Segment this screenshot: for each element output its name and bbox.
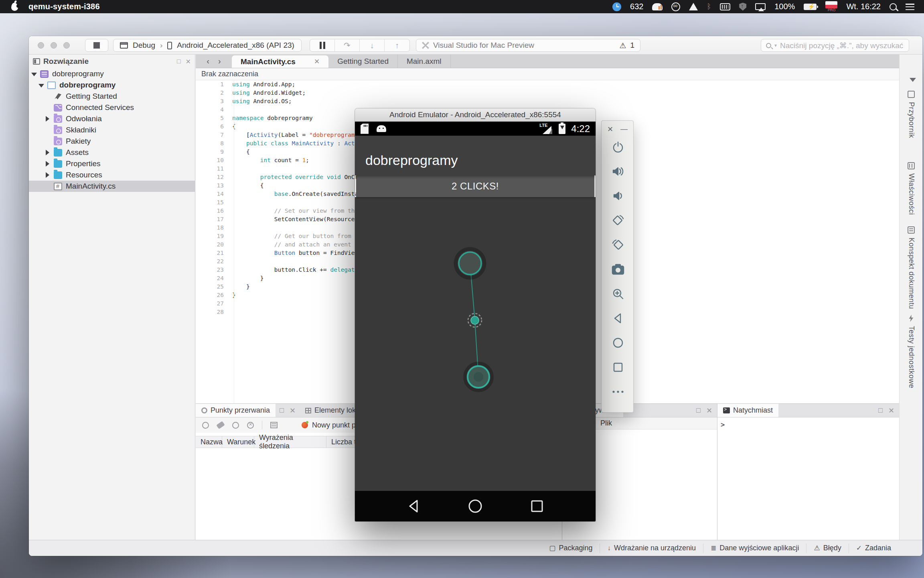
tree-item-components[interactable]: Składniki xyxy=(29,124,195,136)
pause-button[interactable] xyxy=(310,39,335,51)
pad-minimize-icon[interactable]: □ xyxy=(280,406,284,415)
keyboard-viewer-icon[interactable] xyxy=(720,3,730,10)
rotate-right-button[interactable] xyxy=(602,232,634,257)
emulator-titlebar[interactable]: Android Emulator - Android_Accelerated_x… xyxy=(355,108,596,122)
tab-immediate[interactable]: Natychmiast xyxy=(717,404,778,417)
collapse-arrow-icon[interactable] xyxy=(38,84,44,88)
tree-item-packages[interactable]: Pakiety xyxy=(29,136,195,147)
toolbar-minimize-icon[interactable]: — xyxy=(620,125,628,134)
bluetooth-icon[interactable]: ᛒ xyxy=(707,2,711,11)
back-button[interactable] xyxy=(602,306,634,330)
clicks-button[interactable]: 2 CLICKS! xyxy=(356,175,594,197)
power-button[interactable] xyxy=(602,134,634,159)
column-wyrazenia[interactable]: Wyrażenia śledzenia xyxy=(254,436,326,448)
vtab-document-outline[interactable]: Konspekt dokumentu xyxy=(900,226,923,309)
stop-debug-button[interactable] xyxy=(85,39,108,52)
tree-item-assets[interactable]: Assets xyxy=(29,147,195,158)
pad-minimize-icon[interactable]: □ xyxy=(696,406,701,415)
code-line[interactable]: 2using Android.Widget; xyxy=(196,89,899,97)
nav-overview-icon[interactable] xyxy=(530,499,544,513)
global-search-field[interactable]: ▾ Naciśnij pozycję „⌘.”, aby wyszukać xyxy=(761,39,909,52)
battery-icon[interactable] xyxy=(804,4,817,10)
home-button[interactable] xyxy=(602,330,634,355)
app-canvas[interactable] xyxy=(355,197,596,491)
status-notification-area[interactable]: Visual Studio for Mac Preview ⚠ 1 xyxy=(416,39,640,52)
clock-app-icon[interactable] xyxy=(612,2,621,11)
tree-item-properties[interactable]: Properties xyxy=(29,158,195,169)
pad-minimize-icon[interactable]: □ xyxy=(177,58,181,65)
step-into-button[interactable]: ↓ xyxy=(360,39,385,51)
creative-cloud-icon[interactable] xyxy=(671,2,680,11)
expand-arrow-icon[interactable] xyxy=(46,116,49,122)
pad-close-icon[interactable]: ✕ xyxy=(888,406,894,415)
column-warunek[interactable]: Warunek xyxy=(222,436,254,448)
tree-item-resources[interactable]: Resources xyxy=(29,169,195,181)
input-language-flag[interactable]: PRO xyxy=(825,1,837,12)
toolbar-close-icon[interactable]: ✕ xyxy=(607,125,613,134)
column-nazwa[interactable]: Nazwa xyxy=(196,436,222,448)
tab-main-axml[interactable]: Main.axml xyxy=(398,55,451,68)
new-breakpoint-icon[interactable] xyxy=(202,422,209,429)
active-app-name[interactable]: qemu-system-i386 xyxy=(28,2,100,11)
tree-item-references[interactable]: Odwołania xyxy=(29,113,195,124)
spotlight-search-icon[interactable] xyxy=(890,3,897,10)
step-over-button[interactable]: ↷ xyxy=(335,39,360,51)
apple-menu-icon[interactable] xyxy=(11,3,18,11)
collapse-arrow-icon[interactable] xyxy=(31,73,37,76)
tab-breakpoints[interactable]: Punkty przerwania xyxy=(196,404,276,417)
more-button[interactable] xyxy=(602,379,634,404)
breakpoint-properties-icon[interactable] xyxy=(270,422,278,428)
vtab-unit-tests[interactable]: Testy jednostkowe xyxy=(900,315,923,389)
code-line[interactable]: 1using Android.App; xyxy=(196,80,899,89)
menubar-clock[interactable]: Wt. 16:22 xyxy=(846,2,881,11)
pad-minimize-icon[interactable]: □ xyxy=(878,406,883,415)
tab-mainactivity[interactable]: MainActivity.cs ✕ xyxy=(232,55,328,68)
tree-item-solution[interactable]: dobreprogramy xyxy=(29,68,195,79)
zoom-window-button[interactable] xyxy=(63,42,70,49)
pad-close-icon[interactable]: ✕ xyxy=(706,406,712,415)
vtab-toolbox[interactable]: Przybornik xyxy=(900,91,923,138)
expand-arrow-icon[interactable] xyxy=(46,172,49,178)
breadcrumb[interactable]: Brak zaznaczenia xyxy=(196,68,899,80)
immediate-prompt[interactable]: > xyxy=(717,417,899,429)
expand-arrow-icon[interactable] xyxy=(46,161,49,167)
tree-item-mainactivity[interactable]: MainActivity.cs xyxy=(29,181,195,192)
antivirus-icon[interactable] xyxy=(689,3,698,10)
tab-getting-started[interactable]: Getting Started xyxy=(328,55,398,68)
notification-center-icon[interactable] xyxy=(906,4,914,10)
nav-forward-button[interactable]: › xyxy=(218,57,221,66)
zoom-button[interactable] xyxy=(602,281,634,306)
rotate-left-button[interactable] xyxy=(602,208,634,232)
pad-close-icon[interactable]: ✕ xyxy=(186,58,191,65)
volume-up-button[interactable] xyxy=(602,159,634,183)
expand-arrow-icon[interactable] xyxy=(46,150,49,155)
nav-back-icon[interactable] xyxy=(407,499,420,513)
disable-breakpoints-icon[interactable] xyxy=(232,422,239,429)
screenshot-button[interactable] xyxy=(602,257,634,281)
cloud-status-icon[interactable] xyxy=(652,3,663,10)
remove-breakpoint-icon[interactable] xyxy=(247,422,254,429)
tab-overflow-icon[interactable] xyxy=(910,78,916,82)
status-packaging[interactable]: ▢ Packaging xyxy=(542,543,600,553)
tab-close-icon[interactable]: ✕ xyxy=(314,57,320,66)
step-out-button[interactable]: ↑ xyxy=(385,39,409,51)
status-tasks[interactable]: ✓ Zadania xyxy=(849,543,898,553)
nav-home-icon[interactable] xyxy=(468,499,483,514)
close-window-button[interactable] xyxy=(38,42,44,49)
minimize-window-button[interactable] xyxy=(51,42,57,49)
code-line[interactable]: 3using Android.OS; xyxy=(196,97,899,106)
tree-item-getting-started[interactable]: Getting Started xyxy=(29,91,195,102)
nav-back-button[interactable]: ‹ xyxy=(207,57,209,66)
tree-item-project[interactable]: dobreprogramy xyxy=(29,79,195,91)
status-app-output[interactable]: ≣ Dane wyjściowe aplikacji xyxy=(703,543,806,553)
vtab-properties[interactable]: Właściwości xyxy=(900,162,923,215)
clear-breakpoints-icon[interactable] xyxy=(216,421,225,429)
status-errors[interactable]: ⚠ Błędy xyxy=(806,543,848,553)
pad-close-icon[interactable]: ✕ xyxy=(290,406,296,415)
vpn-shield-icon[interactable] xyxy=(739,3,746,11)
tree-item-connected-services[interactable]: Connected Services xyxy=(29,102,195,113)
run-configuration-selector[interactable]: Debug › Android_Accelerated_x86 (API 23) xyxy=(113,39,302,52)
airplay-icon[interactable] xyxy=(755,3,766,10)
overview-button[interactable] xyxy=(602,355,634,379)
volume-down-button[interactable] xyxy=(602,183,634,208)
